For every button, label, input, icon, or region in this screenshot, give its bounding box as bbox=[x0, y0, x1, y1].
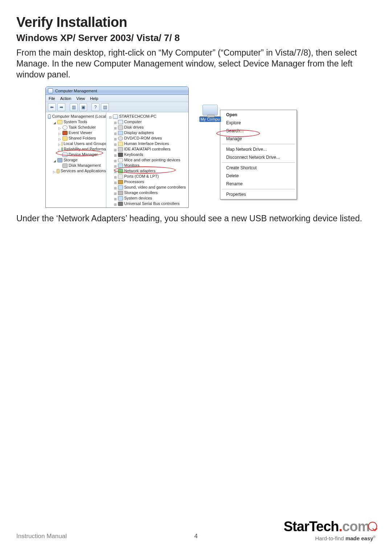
toolbar-help-button[interactable]: ? bbox=[91, 103, 99, 111]
tree-task-scheduler[interactable]: ▷Task Scheduler bbox=[58, 125, 106, 130]
tree-shared-folders[interactable]: ▷Shared Folders bbox=[58, 136, 106, 141]
logo-magnifier-icon bbox=[368, 522, 377, 531]
tree-label: Disk Management bbox=[69, 163, 101, 168]
device-monitors[interactable]: ⊞Monitors bbox=[114, 163, 188, 168]
device-usb[interactable]: ⊞Universal Serial Bus controllers bbox=[114, 201, 188, 206]
tree-label: Storage bbox=[64, 157, 78, 163]
expand-icon[interactable]: ⊞ bbox=[114, 126, 117, 129]
storage-controller-icon bbox=[118, 191, 123, 195]
device-ide[interactable]: ⊞IDE ATA/ATAPI controllers bbox=[114, 146, 188, 152]
tree-system-tools[interactable]: ◢System Tools bbox=[53, 119, 106, 125]
tree-storage[interactable]: ◢Storage bbox=[53, 157, 106, 163]
tree-label: STARTECHCOM-PC bbox=[119, 114, 156, 119]
my-computer-desktop-icon[interactable]: My Compu bbox=[199, 105, 221, 122]
expand-icon[interactable]: ⊞ bbox=[114, 180, 117, 183]
expand-icon[interactable]: ▷ bbox=[58, 126, 61, 129]
tree-device-manager[interactable]: Device Manager bbox=[58, 152, 106, 157]
expand-icon[interactable]: ▷ bbox=[53, 169, 56, 173]
toolbar-properties-button[interactable]: ▥ bbox=[70, 103, 78, 111]
toolbar-forward-button[interactable]: ➡ bbox=[57, 103, 65, 111]
monitor-icon bbox=[118, 164, 123, 168]
tree-reliability[interactable]: ▷Reliability and Performa bbox=[58, 146, 106, 152]
tree-label: Network adapters bbox=[124, 168, 155, 174]
computer-management-icon bbox=[48, 88, 53, 93]
expand-icon[interactable]: ⊞ bbox=[114, 153, 117, 156]
collapse-icon[interactable]: ⊟ bbox=[109, 115, 112, 118]
device-sound[interactable]: ⊞Sound, video and game controllers bbox=[114, 185, 188, 190]
menu-help[interactable]: Help bbox=[90, 96, 98, 101]
device-dvd[interactable]: ⊞DVD/CD-ROM drives bbox=[114, 136, 188, 141]
expand-icon[interactable]: ⊞ bbox=[114, 202, 117, 205]
window-titlebar: Computer Management bbox=[46, 87, 188, 95]
tree-event-viewer[interactable]: ▷Event Viewer bbox=[58, 130, 106, 136]
tree-label: Local Users and Groups bbox=[64, 141, 106, 146]
device-root[interactable]: ⊟STARTECHCOM-PC bbox=[109, 114, 188, 119]
expand-icon[interactable]: ⊞ bbox=[114, 148, 117, 151]
device-system-devices[interactable]: ⊞System devices bbox=[114, 195, 188, 201]
tree-root[interactable]: Computer Management (Local bbox=[48, 114, 106, 119]
tree-services[interactable]: ▷Services and Applications bbox=[53, 168, 106, 174]
tree-local-users[interactable]: ▷Local Users and Groups bbox=[58, 141, 106, 146]
ctx-open[interactable]: Open bbox=[221, 111, 296, 119]
page-number: 4 bbox=[194, 533, 197, 540]
device-computer[interactable]: ⊞Computer bbox=[114, 119, 188, 125]
ctx-create-shortcut[interactable]: Create Shortcut bbox=[221, 164, 296, 172]
ctx-search[interactable]: Search... bbox=[221, 127, 296, 135]
storage-icon bbox=[57, 158, 62, 162]
device-network-adapters[interactable]: ⊞Network adapters bbox=[114, 168, 188, 174]
ctx-explore[interactable]: Explore bbox=[221, 119, 296, 127]
menu-file[interactable]: File bbox=[49, 96, 55, 101]
device-hid[interactable]: ⊞Human Interface Devices bbox=[114, 141, 188, 146]
device-processors[interactable]: ⊞Processors bbox=[114, 179, 188, 185]
expand-icon[interactable]: ▷ bbox=[58, 142, 61, 145]
heading-verify-installation: Verify Installation bbox=[16, 15, 376, 30]
expand-icon[interactable]: ⊞ bbox=[114, 164, 117, 167]
menu-action[interactable]: Action bbox=[60, 96, 72, 101]
processor-icon bbox=[118, 180, 123, 184]
ctx-disconnect-network-drive[interactable]: Disconnect Network Drive... bbox=[221, 153, 296, 161]
expand-icon[interactable]: ⊞ bbox=[114, 186, 117, 189]
device-display-adapters[interactable]: ⊞Display adapters bbox=[114, 130, 188, 136]
left-tree-panel: Computer Management (Local ◢System Tools… bbox=[46, 112, 106, 207]
tree-label: Monitors bbox=[124, 163, 139, 168]
expand-icon[interactable]: ▷ bbox=[58, 148, 61, 151]
expand-icon[interactable]: ⊞ bbox=[114, 137, 117, 140]
collapse-icon[interactable]: ◢ bbox=[53, 120, 56, 124]
tree-label: System devices bbox=[124, 195, 152, 201]
expand-icon[interactable]: ▷ bbox=[58, 137, 61, 140]
ctx-manage[interactable]: Manage bbox=[221, 135, 296, 143]
expand-icon[interactable]: ⊞ bbox=[114, 158, 117, 162]
ctx-delete[interactable]: Delete bbox=[221, 172, 296, 180]
paragraph-instructions-2: Under the ‘Network Adapters’ heading, yo… bbox=[16, 213, 376, 224]
toolbar-detail-button[interactable]: ▤ bbox=[101, 103, 109, 111]
tree-label: Event Viewer bbox=[69, 130, 92, 136]
ctx-properties[interactable]: Properties bbox=[221, 190, 296, 198]
expand-icon[interactable]: ⊞ bbox=[114, 191, 117, 194]
ctx-map-network-drive[interactable]: Map Network Drive... bbox=[221, 145, 296, 153]
figure-row: Computer Management File Action View Hel… bbox=[45, 86, 376, 208]
expand-icon[interactable]: ⊞ bbox=[114, 197, 117, 200]
tree-label: Mice and other pointing devices bbox=[124, 157, 180, 163]
expand-icon[interactable]: ▷ bbox=[58, 131, 61, 134]
collapse-icon[interactable]: ◢ bbox=[53, 158, 56, 162]
expand-icon[interactable]: ⊞ bbox=[114, 131, 117, 134]
expand-icon[interactable]: ⊞ bbox=[114, 175, 117, 178]
tree-disk-management[interactable]: Disk Management bbox=[58, 163, 106, 168]
display-icon bbox=[118, 131, 123, 135]
expand-icon[interactable]: ⊞ bbox=[114, 120, 117, 124]
expand-icon[interactable]: ⊞ bbox=[114, 169, 117, 173]
toolbar-showhide-button[interactable]: ▣ bbox=[79, 103, 87, 111]
ctx-rename[interactable]: Rename bbox=[221, 180, 296, 188]
expand-icon[interactable]: ⊞ bbox=[114, 142, 117, 145]
tree-label: Reliability and Performa bbox=[64, 146, 106, 152]
device-storage-controllers[interactable]: ⊞Storage controllers bbox=[114, 190, 188, 195]
device-keyboards[interactable]: ⊞Keyboards bbox=[114, 152, 188, 157]
menu-view[interactable]: View bbox=[76, 96, 85, 101]
tree-label: DVD/CD-ROM drives bbox=[124, 136, 162, 141]
disk-drive-icon bbox=[118, 125, 123, 130]
device-mice[interactable]: ⊞Mice and other pointing devices bbox=[114, 157, 188, 163]
toolbar-back-button[interactable]: ⬅ bbox=[48, 103, 56, 111]
device-disk-drives[interactable]: ⊞Disk drives bbox=[114, 125, 188, 130]
registered-mark: ® bbox=[373, 535, 376, 539]
device-ports[interactable]: ⊞Ports (COM & LPT) bbox=[114, 174, 188, 179]
